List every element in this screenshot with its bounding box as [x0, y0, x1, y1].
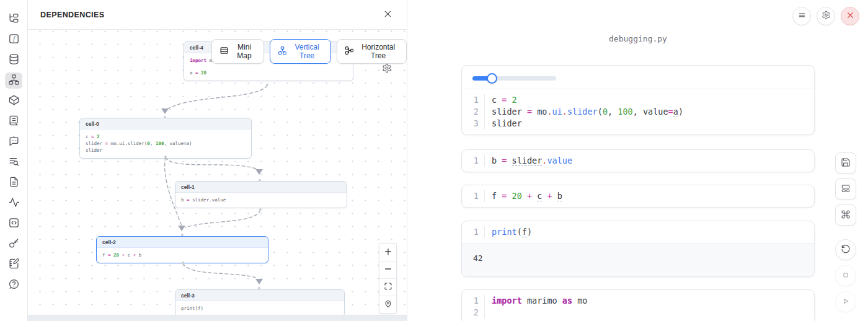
- horizontal-scrollbar[interactable]: [28, 315, 407, 321]
- zoom-controls: [379, 243, 397, 314]
- sidebar-item-datasources[interactable]: [5, 52, 22, 68]
- keyboard-shortcuts-icon: [841, 209, 851, 221]
- menu-button[interactable]: [792, 7, 811, 25]
- slider-handle[interactable]: [487, 73, 497, 84]
- code-text[interactable]: f = 20 + c + b: [485, 190, 814, 202]
- code-text[interactable]: print(f): [485, 226, 814, 238]
- sidebar-item-help[interactable]: [5, 277, 22, 293]
- graph-node-cell-0[interactable]: cell-0 c = 2slider = mo.ui.slider(0, 100…: [79, 118, 252, 159]
- dependencies-panel: DEPENDENCIES cell-4 import marimo as moa…: [28, 0, 407, 321]
- graph-node-cell-1[interactable]: cell-1 b = slider.value: [175, 181, 347, 208]
- graph-node-code-line: b = slider.value: [181, 196, 341, 203]
- graph-node-title: cell-3: [175, 290, 344, 301]
- dependencies-header: DEPENDENCIES: [28, 0, 407, 30]
- run-button[interactable]: [835, 291, 856, 312]
- panel-title: DEPENDENCIES: [40, 11, 104, 19]
- line-number: 2: [462, 307, 485, 319]
- line-number: 1: [462, 94, 485, 106]
- code-text[interactable]: slider = mo.ui.slider(0, 100, value=a): [485, 106, 814, 118]
- graph-node-title: cell-1: [175, 182, 347, 193]
- code-line: 1 import marimo as mo: [462, 295, 814, 307]
- notebook-filename: debugging.py: [461, 34, 815, 44]
- dependencies-icon: [8, 74, 20, 88]
- layout-button[interactable]: [835, 178, 856, 200]
- line-number: 1: [462, 190, 485, 202]
- logs-icon: [8, 115, 20, 129]
- undo-icon: [841, 244, 851, 256]
- notebook-cell: 1 print(f)42: [461, 221, 815, 277]
- fit-view-icon: [384, 282, 392, 292]
- view-button-vertical-tree[interactable]: Vertical Tree: [270, 39, 331, 64]
- line-number: 3: [462, 118, 485, 130]
- sidebar-item-file-tree[interactable]: [5, 11, 22, 27]
- variables-icon: f: [8, 33, 20, 47]
- datasources-icon: [8, 53, 20, 68]
- fit-view-button[interactable]: [379, 278, 396, 296]
- scratchpad-icon: [8, 258, 20, 272]
- sidebar-item-activity[interactable]: [5, 195, 22, 211]
- sidebar-item-variables[interactable]: f: [5, 32, 22, 48]
- line-number: 1: [462, 295, 485, 307]
- code-text[interactable]: slider: [485, 118, 814, 130]
- code-editor: 1 print(f): [462, 221, 814, 243]
- notebook-cell: 1 c = 2 2 slider = mo.ui.slider(0, 100, …: [461, 65, 815, 135]
- code-editor: 1 c = 2 2 slider = mo.ui.slider(0, 100, …: [462, 89, 814, 134]
- side-action-bar: [835, 152, 856, 312]
- notebook-area: debugging.py 1 c = 2 2 slider = mo.ui.sl…: [407, 0, 868, 321]
- graph-view-toolbar: Mini Map Vertical Tree Horizontal Tree: [211, 39, 407, 64]
- close-app-icon: [846, 11, 855, 22]
- close-panel-button[interactable]: [381, 8, 394, 22]
- activity-icon: [8, 196, 20, 211]
- graph-settings-button[interactable]: [381, 63, 392, 74]
- line-number: 2: [462, 106, 485, 118]
- save-button[interactable]: [835, 152, 856, 174]
- sidebar-item-ai-chat[interactable]: [5, 134, 22, 150]
- code-editor: 1 b = slider.value: [462, 150, 814, 172]
- code-line: 1 b = slider.value: [462, 155, 814, 167]
- stop-button[interactable]: [835, 265, 856, 286]
- sidebar-item-scratchpad[interactable]: [5, 257, 22, 273]
- code-text[interactable]: b = slider.value: [485, 155, 814, 167]
- settings-icon: [822, 11, 831, 22]
- code-text[interactable]: import marimo as mo: [485, 295, 814, 307]
- window-controls: [792, 7, 859, 25]
- view-button-horizontal-tree[interactable]: Horizontal Tree: [337, 39, 407, 64]
- undo-button[interactable]: [835, 239, 856, 260]
- zoom-in-icon: [384, 247, 392, 258]
- code-text[interactable]: c = 2: [485, 94, 814, 106]
- code-line: 2: [462, 307, 814, 319]
- secrets-icon: [8, 237, 20, 252]
- sidebar-item-snippets[interactable]: [5, 216, 22, 232]
- close-app-button[interactable]: [841, 7, 859, 25]
- code-text[interactable]: [485, 307, 814, 319]
- gear-icon: [382, 66, 392, 75]
- graph-node-cell-2[interactable]: cell-2 f = 20 + c + b: [96, 236, 268, 263]
- sidebar-item-packages[interactable]: [5, 93, 22, 109]
- graph-node-title: cell-2: [97, 237, 268, 248]
- center-view-button[interactable]: [379, 296, 396, 313]
- sidebar-item-secrets[interactable]: [5, 236, 22, 252]
- code-line: 3 slider: [462, 118, 814, 130]
- sidebar-item-dependencies[interactable]: [5, 73, 22, 89]
- zoom-in-button[interactable]: [379, 244, 396, 261]
- marimo-app: f DEPENDENCIES cell-4 import marimo as m…: [0, 0, 868, 321]
- center-view-icon: [384, 299, 392, 310]
- settings-button[interactable]: [817, 7, 835, 25]
- code-editor: 1 import marimo as mo 2: [462, 290, 814, 321]
- dependency-graph-canvas[interactable]: cell-4 import marimo as moa = 20 cell-0 …: [28, 30, 407, 315]
- network-h-icon: [345, 46, 354, 57]
- slider-track[interactable]: [472, 76, 556, 81]
- zoom-out-button[interactable]: [379, 261, 396, 278]
- stop-icon: [841, 270, 851, 282]
- keyboard-shortcuts-button[interactable]: [835, 204, 856, 226]
- run-icon: [841, 296, 851, 308]
- sidebar-item-tracing[interactable]: [5, 154, 22, 170]
- edge-cell2-cell3: [183, 263, 258, 278]
- view-button-mini-map[interactable]: Mini Map: [211, 39, 264, 64]
- help-icon: [8, 278, 20, 292]
- sidebar-item-logs[interactable]: [5, 113, 22, 130]
- code-line: 1 f = 20 + c + b: [462, 190, 814, 202]
- graph-node-cell-3[interactable]: cell-3 print(f): [175, 289, 345, 315]
- sidebar-item-documentation[interactable]: [5, 175, 22, 191]
- code-line: 1 c = 2: [462, 94, 814, 106]
